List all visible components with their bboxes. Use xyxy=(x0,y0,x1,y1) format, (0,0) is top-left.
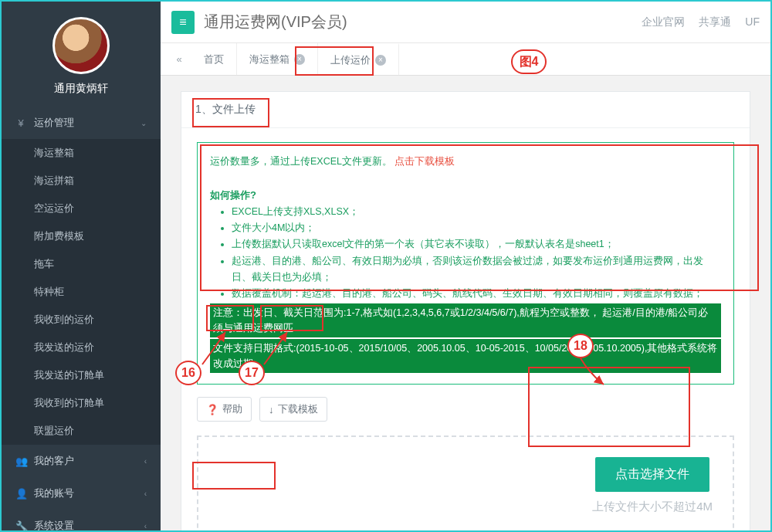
page-title: 通用运费网(VIP会员) xyxy=(204,12,347,32)
nav-label: 我的客户 xyxy=(34,454,74,468)
top-links: 企业官网 共享通 UF xyxy=(642,15,760,29)
link-share[interactable]: 共享通 xyxy=(699,15,731,29)
sidebar-item-lcl[interactable]: 海运拼箱 xyxy=(2,167,161,195)
list-item: EXCEL上传支持XLS,XLSX； xyxy=(232,204,721,220)
nav-section-account[interactable]: 👤我的账号 ‹ xyxy=(2,477,161,510)
info-box: 运价数量多，通过上传EXCEL文件更新。 点击下载模板 如何操作? EXCEL上… xyxy=(197,142,734,385)
wrench-icon: 🔧 xyxy=(15,520,26,532)
user-profile: 通用黄炳轩 xyxy=(2,2,161,107)
choose-file-button[interactable]: 点击选择文件 xyxy=(595,457,709,492)
nav-section-settings[interactable]: 🔧系统设置 ‹ xyxy=(2,510,161,532)
size-hint: 上传文件大小不超过4M xyxy=(592,500,713,514)
users-icon: 👥 xyxy=(15,456,26,467)
tab-label: 上传运价 xyxy=(330,53,371,67)
sidebar-item-air[interactable]: 空运运价 xyxy=(2,195,161,222)
tab-label: 首页 xyxy=(204,53,224,66)
user-icon: 👤 xyxy=(15,488,26,500)
sidebar-item-fcl[interactable]: 海运整箱 xyxy=(2,139,161,167)
tab-fcl[interactable]: 海运整箱× xyxy=(237,43,318,75)
user-name: 通用黄炳轩 xyxy=(2,82,161,96)
download-icon: ↓ xyxy=(269,404,274,415)
nav-label: 系统设置 xyxy=(34,519,74,532)
tab-label: 海运整箱 xyxy=(249,53,290,66)
panel-file-upload: 1、文件上传 运价数量多，通过上传EXCEL文件更新。 点击下载模板 如何操作?… xyxy=(181,91,750,532)
sidebar-item-sent-rate[interactable]: 我发送的运价 xyxy=(2,334,161,361)
chevron-left-icon: ‹ xyxy=(144,457,147,466)
list-item: 文件大小4M以内； xyxy=(232,220,721,236)
btn-label: 帮助 xyxy=(222,402,242,416)
nav-section-rate-mgmt[interactable]: ¥运价管理 ⌄ xyxy=(2,107,161,139)
howto-heading: 如何操作? xyxy=(210,189,256,201)
tab-home[interactable]: 首页 xyxy=(191,43,237,75)
help-button[interactable]: ❓帮助 xyxy=(197,397,252,422)
note-line-1: 注意：出发日、截关日范围为:1-7,格式如(1,2,3,4,5,6,7或1/2/… xyxy=(210,303,721,337)
menu-toggle-button[interactable]: ≡ xyxy=(171,11,195,34)
download-template-button[interactable]: ↓下载模板 xyxy=(259,397,327,422)
avatar[interactable] xyxy=(52,17,110,74)
sidebar-item-alliance[interactable]: 联盟运价 xyxy=(2,417,161,445)
howto-list: EXCEL上传支持XLS,XLSX； 文件大小4M以内； 上传数据默认只读取ex… xyxy=(232,204,721,303)
btn-label: 下载模板 xyxy=(278,402,318,416)
close-icon[interactable]: × xyxy=(294,54,305,65)
panel-title: 1、文件上传 xyxy=(181,92,750,128)
sidebar-item-recv-booking[interactable]: 我收到的订舱单 xyxy=(2,389,161,417)
tab-prev-button[interactable]: « xyxy=(167,43,191,75)
content: 1、文件上传 运价数量多，通过上传EXCEL文件更新。 点击下载模板 如何操作?… xyxy=(161,76,770,532)
link-uf[interactable]: UF xyxy=(745,15,760,29)
nav-section-customers[interactable]: 👥我的客户 ‹ xyxy=(2,445,161,477)
question-icon: ❓ xyxy=(206,404,218,415)
sidebar-item-trailer[interactable]: 拖车 xyxy=(2,250,161,278)
list-item: 数据覆盖机制：起运港、目的港、船公司、码头、航线代码、生效日期、有效日期相同，则… xyxy=(232,286,721,302)
topbar: ≡ 通用运费网(VIP会员) 企业官网 共享通 UF xyxy=(161,2,770,43)
chevron-down-icon: ⌄ xyxy=(141,119,147,127)
list-item: 上传数据默认只读取excel文件的第一个表（其它表不读取），一般默认表名是she… xyxy=(232,236,721,252)
sidebar: 通用黄炳轩 ¥运价管理 ⌄ 海运整箱 海运拼箱 空运运价 附加费模板 拖车 特种… xyxy=(2,2,161,532)
sidebar-item-surcharge[interactable]: 附加费模板 xyxy=(2,222,161,250)
nav-label: 运价管理 xyxy=(34,116,74,130)
dropzone[interactable]: 点击选择文件 上传文件大小不超过4M xyxy=(197,435,734,532)
tab-upload[interactable]: 上传运价× xyxy=(318,43,399,75)
sidebar-item-sent-booking[interactable]: 我发送的订舱单 xyxy=(2,361,161,389)
download-template-link[interactable]: 点击下载模板 xyxy=(394,156,455,167)
list-item: 起运港、目的港、船公司、有效日期为必填，否则该运价数据会被过滤，如要发布运价到通… xyxy=(232,253,721,286)
chevron-left-icon: ‹ xyxy=(144,522,147,530)
info-intro: 运价数量多，通过上传EXCEL文件更新。 xyxy=(210,156,392,167)
note-line-2: 文件支持日期格式:(2015-10-05、2015/10/05、2005.10.… xyxy=(210,339,721,373)
nav-label: 我的账号 xyxy=(34,486,74,500)
link-official[interactable]: 企业官网 xyxy=(642,15,685,29)
main: ≡ 通用运费网(VIP会员) 企业官网 共享通 UF « 首页 海运整箱× 上传… xyxy=(161,2,770,532)
nav-submenu: 海运整箱 海运拼箱 空运运价 附加费模板 拖车 特种柜 我收到的运价 我发送的运… xyxy=(2,139,161,445)
yen-icon: ¥ xyxy=(15,117,26,129)
sidebar-item-recv-rate[interactable]: 我收到的运价 xyxy=(2,306,161,334)
close-icon[interactable]: × xyxy=(375,55,386,66)
chevron-left-icon: ‹ xyxy=(144,490,147,498)
tab-bar: « 首页 海运整箱× 上传运价× xyxy=(161,43,770,76)
sidebar-item-special[interactable]: 特种柜 xyxy=(2,278,161,306)
